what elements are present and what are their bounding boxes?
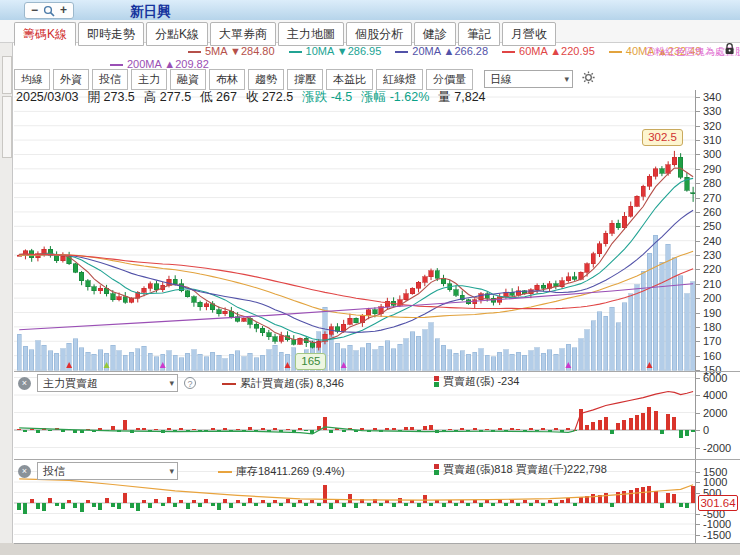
axis-tick xyxy=(696,169,700,170)
zoom-in-button[interactable]: + xyxy=(60,4,67,17)
toolbar-button-ma-lines[interactable]: 均線 xyxy=(14,69,50,90)
quote-field: 量 7,824 xyxy=(438,90,485,104)
ma-legend-text: 5MA ▼284.80 xyxy=(205,45,275,57)
axis-tick-label: 340 xyxy=(703,91,721,103)
axis-tick xyxy=(696,493,700,494)
tab-chip-kline[interactable]: 籌碼K線 xyxy=(14,22,76,46)
tab-big-orders[interactable]: 大單券商 xyxy=(210,22,276,46)
tab-mainforce-map[interactable]: 主力地圖 xyxy=(278,22,344,46)
close-icon[interactable]: × xyxy=(18,377,31,390)
left-splitter[interactable] xyxy=(2,96,12,158)
axis-tick xyxy=(696,226,700,227)
magnifier-icon xyxy=(43,5,55,17)
panel-divider-2[interactable] xyxy=(14,459,740,460)
quote-field: 漲幅 -1.62% xyxy=(361,90,429,104)
axis-tick xyxy=(696,356,700,357)
quote-field: 開 273.5 xyxy=(88,90,135,104)
axis-tick-label: 240 xyxy=(703,235,721,247)
axis-tick xyxy=(696,97,700,98)
axis-tick xyxy=(696,313,700,314)
axis-tick xyxy=(696,448,700,449)
gear-icon[interactable] xyxy=(581,70,596,89)
close-icon[interactable]: × xyxy=(18,465,31,478)
tab-health-check[interactable]: 健診 xyxy=(414,22,456,46)
axis-tick-label: 320 xyxy=(703,120,721,132)
axis-tick xyxy=(696,413,700,414)
tab-realtime-trend[interactable]: 即時走勢 xyxy=(78,22,144,46)
tab-bar: 籌碼K線即時走勢分點K線大單券商主力地圖個股分析健診筆記月營收 xyxy=(0,20,740,43)
toolbar-button-trend[interactable]: 趨勢 xyxy=(248,69,284,90)
line-swatch xyxy=(222,383,236,385)
tab-branch-kline[interactable]: 分點K線 xyxy=(146,22,208,46)
axis-tick-label: 250 xyxy=(703,220,721,232)
axis-tick xyxy=(696,140,700,141)
axis-tick-label: 290 xyxy=(703,163,721,175)
mainforce-panel-header: × 主力買賣超 ? 累計買賣超(張) 8,346 xyxy=(18,374,344,392)
axis-tick-label: 280 xyxy=(703,177,721,189)
ma-line-swatch xyxy=(609,51,622,53)
latest-value-marker: 301.64 xyxy=(698,495,738,511)
axis-tick xyxy=(696,395,700,396)
buy-sell-bar-icon xyxy=(434,376,439,387)
netbuy-legend-mid: 買賣超(張) -234 xyxy=(434,374,519,389)
zoom-out-button[interactable]: − xyxy=(31,4,38,17)
axis-tick-label: 0 xyxy=(703,424,709,436)
trust-indicator-select[interactable]: 投信 xyxy=(37,462,178,480)
tab-monthly-revenue[interactable]: 月營收 xyxy=(502,22,556,46)
ma-line-swatch xyxy=(289,51,302,53)
axis-tick-label: 160 xyxy=(703,350,721,362)
toolbar-button-support-resistance[interactable]: 撐壓 xyxy=(287,69,323,90)
ma-line-swatch xyxy=(110,64,123,66)
toolbar-button-main-force[interactable]: 主力 xyxy=(131,69,167,90)
axis-tick xyxy=(696,111,700,112)
lock-icon[interactable] xyxy=(723,42,736,60)
axis-tick xyxy=(696,535,700,536)
axis-tick xyxy=(696,482,700,483)
line-swatch xyxy=(218,471,232,473)
axis-tick-label: -2000 xyxy=(703,442,731,454)
tab-notes[interactable]: 筆記 xyxy=(458,22,500,46)
axis-tick xyxy=(696,183,700,184)
tab-stock-analysis[interactable]: 個股分析 xyxy=(346,22,412,46)
mainforce-indicator-select[interactable]: 主力買賣超 xyxy=(37,374,178,392)
quote-field: 低 267 xyxy=(200,90,237,104)
panel-divider[interactable] xyxy=(14,371,740,372)
toolbar-button-bollinger[interactable]: 布林 xyxy=(209,69,245,90)
axis-tick xyxy=(696,241,700,242)
axis-tick-label: 330 xyxy=(703,105,721,117)
axis-tick xyxy=(696,524,700,525)
axis-tick-label: 300 xyxy=(703,148,721,160)
toolbar-button-volume-price[interactable]: 分價量 xyxy=(426,69,473,90)
low-price-callout: 165 xyxy=(295,353,326,370)
ma-legend-item: 60MA ▲220.95 xyxy=(502,45,595,57)
axis-tick-label: 180 xyxy=(703,321,721,333)
toolbar-button-red-green-light[interactable]: 紅綠燈 xyxy=(376,69,423,90)
inventory-legend: 庫存18411.269 (9.4%) xyxy=(218,464,345,479)
axis-tick-label: 200 xyxy=(703,292,721,304)
period-select[interactable]: 日線 xyxy=(484,70,573,88)
left-gutter xyxy=(0,0,13,555)
toolbar-button-margin[interactable]: 融資 xyxy=(170,69,206,90)
axis-tick-label: -1500 xyxy=(703,529,731,541)
quote-field: 高 277.5 xyxy=(144,90,191,104)
toolbar-button-foreign[interactable]: 外資 xyxy=(53,69,89,90)
netbuy-legend-bottom: 買賣超(張)818 買賣超(千)222,798 xyxy=(434,462,607,477)
quote-row: 2025/03/03開 273.5高 277.5低 267收 272.5漲跌 -… xyxy=(16,89,495,106)
quote-field: 2025/03/03 xyxy=(16,90,79,104)
left-splitter-handle[interactable] xyxy=(2,56,12,94)
ma-legend-text: 60MA ▲220.95 xyxy=(519,45,595,57)
ma-line-swatch xyxy=(502,51,515,53)
axis-tick xyxy=(696,154,700,155)
buy-sell-bar-icon xyxy=(434,464,439,475)
mainforce-panel[interactable]: × 主力買賣超 ? 累計買賣超(張) 8,346 買賣超(張) -234 xyxy=(14,372,695,459)
axis-tick-label: 310 xyxy=(703,134,721,146)
toolbar-button-pe-ratio[interactable]: 本益比 xyxy=(326,69,373,90)
trust-panel[interactable]: × 投信 庫存18411.269 (9.4%) 買賣超(張)818 買賣超(千)… xyxy=(14,460,695,543)
main-chart-plot[interactable]: 302.5165 xyxy=(14,90,695,371)
axis-tick xyxy=(696,378,700,379)
help-icon[interactable]: ? xyxy=(184,377,196,389)
app-window: − + 新日興 籌碼K線即時走勢分點K線大單券商主力地圖個股分析健診筆記月營收 … xyxy=(0,0,740,555)
ma-legend-text: 10MA ▼286.95 xyxy=(306,45,382,57)
ma-line-swatch xyxy=(395,51,408,53)
toolbar-button-invest-trust[interactable]: 投信 xyxy=(92,69,128,90)
